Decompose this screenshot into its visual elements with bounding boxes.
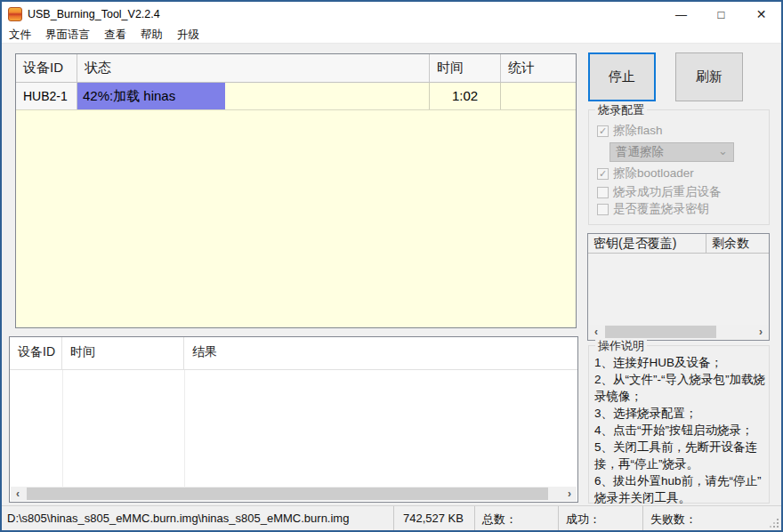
window-controls: — □ ✕ (661, 2, 781, 27)
scroll-right-icon[interactable]: › (754, 325, 768, 339)
close-icon[interactable]: ✕ (741, 2, 781, 27)
column-divider (184, 370, 185, 487)
overwrite-burn-key-label: 是否覆盖烧录密钥 (613, 201, 709, 217)
instruction-line: 6、拔出外置hub前，请先“停止”烧录并关闭工具。 (594, 472, 766, 506)
reboot-after-success-checkbox[interactable]: ✓ 烧录成功后重启设备 (597, 184, 722, 200)
checkbox-icon: ✓ (597, 204, 609, 215)
device-table-header: 设备ID 状态 时间 统计 (16, 54, 576, 83)
erase-mode-value: 普通擦除 (616, 144, 664, 160)
menu-item-language[interactable]: 界面语言 (38, 27, 97, 44)
column-header-remaining[interactable]: 剩余数 (706, 234, 769, 253)
erase-bootloader-checkbox[interactable]: ✓ 擦除bootloader (597, 165, 694, 181)
scrollbar-thumb[interactable] (605, 326, 716, 338)
key-table-header: 密钥(是否覆盖) 剩余数 (588, 234, 769, 254)
menu-item-file[interactable]: 文件 (2, 27, 38, 44)
erase-mode-select[interactable]: 普通擦除 ⌄ (609, 142, 734, 162)
maximize-icon[interactable]: □ (701, 2, 741, 27)
result-table: 设备ID 时间 结果 ‹ › (9, 336, 578, 503)
burn-config-group: 烧录配置 ✓ 擦除flash 普通擦除 ⌄ ✓ 擦除bootloader ✓ 烧… (588, 109, 770, 225)
file-size: 742,527 KB (393, 506, 474, 531)
result-table-header: 设备ID 时间 结果 (10, 337, 577, 370)
column-divider (62, 370, 63, 487)
instruction-line: 1、连接好HUB及设备； (594, 354, 766, 371)
status-bar: D:\s805\hinas_s805_eMMC.burn.img\hinas_s… (2, 505, 781, 530)
checkbox-icon: ✓ (597, 168, 609, 180)
instruction-line: 2、从“文件”-“导入烧录包”加载烧录镜像； (594, 371, 766, 405)
scrollbar-thumb[interactable] (27, 488, 548, 500)
erase-bootloader-label: 擦除bootloader (613, 165, 694, 181)
menu-bar: 文件 界面语言 查看 帮助 升级 (2, 27, 781, 44)
column-header-device-id[interactable]: 设备ID (16, 54, 77, 82)
scrollbar-track[interactable] (25, 487, 562, 501)
device-row[interactable]: HUB2-1 42%:加载 hinas 1:02 (16, 83, 576, 110)
instruction-line: 5、关闭工具前，先断开设备连接，再“停止”烧录。 (594, 439, 766, 472)
erase-flash-label: 擦除flash (613, 123, 663, 139)
scrollbar-track[interactable] (603, 325, 754, 339)
status-text: 42%:加载 hinas (77, 83, 175, 105)
status-cell: 42%:加载 hinas (77, 83, 430, 109)
burn-config-title: 烧录配置 (595, 102, 647, 118)
instructions-group: 操作说明 1、连接好HUB及设备； 2、从“文件”-“导入烧录包”加载烧录镜像；… (588, 345, 770, 504)
checkbox-icon: ✓ (597, 187, 609, 198)
key-table: 密钥(是否覆盖) 剩余数 ‹ › (587, 233, 770, 341)
menu-item-upgrade[interactable]: 升级 (170, 27, 206, 44)
total-count-label: 总数： (474, 506, 558, 531)
chevron-down-icon: ⌄ (718, 144, 728, 157)
result-table-body (10, 370, 577, 487)
refresh-button[interactable]: 刷新 (675, 52, 743, 101)
app-window: USB_Burning_Tool_V2.2.4 — □ ✕ 文件 界面语言 查看… (0, 0, 783, 532)
stats-cell (501, 83, 576, 109)
reboot-after-success-label: 烧录成功后重启设备 (613, 184, 722, 200)
column-header-result[interactable]: 结果 (184, 337, 577, 369)
instructions-text: 1、连接好HUB及设备； 2、从“文件”-“导入烧录包”加载烧录镜像； 3、选择… (594, 354, 766, 506)
menu-item-view[interactable]: 查看 (97, 27, 133, 44)
instructions-title: 操作说明 (595, 338, 647, 354)
menu-item-help[interactable]: 帮助 (133, 27, 170, 44)
resize-grip-icon[interactable] (769, 518, 779, 528)
column-header-result-time[interactable]: 时间 (62, 337, 184, 369)
scroll-left-icon[interactable]: ‹ (589, 325, 603, 339)
column-header-stats[interactable]: 统计 (501, 54, 576, 82)
key-table-horizontal-scrollbar[interactable]: ‹ › (589, 325, 768, 339)
erase-flash-checkbox[interactable]: ✓ 擦除flash (597, 123, 663, 139)
success-count-label: 成功： (558, 506, 642, 531)
instruction-line: 4、点击“开始”按钮启动烧录； (594, 422, 766, 439)
scroll-left-icon[interactable]: ‹ (11, 487, 25, 501)
column-header-time[interactable]: 时间 (430, 54, 501, 82)
overwrite-burn-key-checkbox[interactable]: ✓ 是否覆盖烧录密钥 (597, 201, 709, 217)
checkbox-icon: ✓ (597, 125, 609, 137)
time-cell: 1:02 (430, 83, 501, 109)
title-bar: USB_Burning_Tool_V2.2.4 — □ ✕ (2, 2, 781, 27)
column-header-result-device-id[interactable]: 设备ID (10, 337, 62, 369)
minimize-icon[interactable]: — (661, 2, 701, 27)
device-table: 设备ID 状态 时间 统计 HUB2-1 42%:加载 hinas 1:02 (15, 53, 577, 328)
window-title: USB_Burning_Tool_V2.2.4 (28, 8, 160, 20)
column-header-status[interactable]: 状态 (77, 54, 430, 82)
stop-button[interactable]: 停止 (588, 52, 656, 101)
result-table-horizontal-scrollbar[interactable]: ‹ › (11, 487, 577, 501)
instruction-line: 3、选择烧录配置； (594, 405, 766, 422)
app-icon (8, 7, 22, 21)
scroll-right-icon[interactable]: › (562, 487, 577, 501)
file-path: D:\s805\hinas_s805_eMMC.burn.img\hinas_s… (2, 506, 393, 531)
device-id-cell: HUB2-1 (16, 83, 77, 109)
column-header-key[interactable]: 密钥(是否覆盖) (588, 234, 706, 253)
fail-count-label: 失败数： (642, 506, 781, 531)
